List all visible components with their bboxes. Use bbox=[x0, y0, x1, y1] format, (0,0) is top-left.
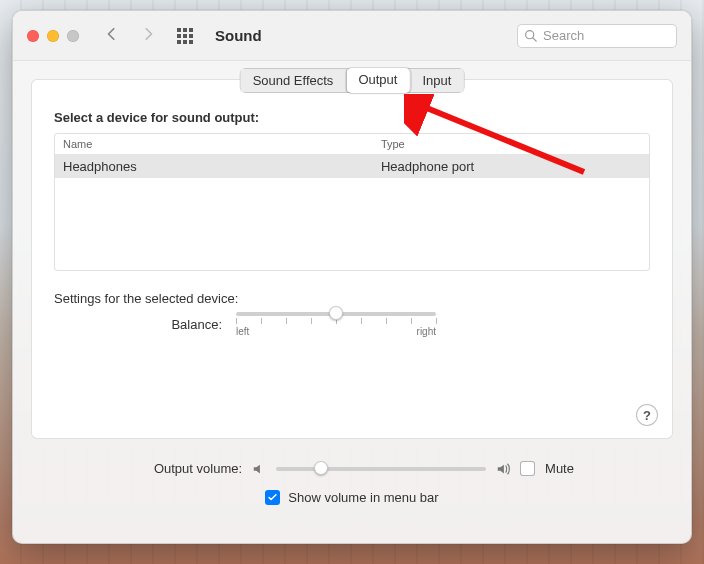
output-volume-label: Output volume: bbox=[130, 461, 242, 476]
balance-slider[interactable]: left right bbox=[236, 312, 436, 337]
speaker-low-icon bbox=[252, 462, 266, 476]
balance-row: Balance: left right bbox=[32, 312, 672, 337]
search-placeholder: Search bbox=[543, 28, 584, 43]
show-all-icon[interactable] bbox=[177, 28, 193, 44]
volume-slider[interactable] bbox=[276, 467, 486, 471]
device-name: Headphones bbox=[63, 159, 381, 174]
show-volume-checkbox[interactable] bbox=[265, 490, 280, 505]
balance-label: Balance: bbox=[54, 317, 222, 332]
zoom-icon[interactable] bbox=[67, 30, 79, 42]
tab-input[interactable]: Input bbox=[410, 69, 463, 92]
tab-sound-effects[interactable]: Sound Effects bbox=[241, 69, 347, 92]
show-volume-label: Show volume in menu bar bbox=[288, 490, 438, 505]
page-title: Sound bbox=[215, 27, 262, 44]
output-device-table: Name Type Headphones Headphone port bbox=[54, 133, 650, 271]
balance-right-label: right bbox=[417, 326, 436, 337]
column-type[interactable]: Type bbox=[381, 138, 641, 150]
svg-line-1 bbox=[533, 38, 536, 41]
table-row[interactable]: Headphones Headphone port bbox=[55, 155, 649, 178]
forward-icon[interactable] bbox=[141, 27, 155, 45]
nav-arrows bbox=[105, 27, 155, 45]
device-type: Headphone port bbox=[381, 159, 474, 174]
mute-checkbox[interactable] bbox=[520, 461, 535, 476]
sound-preferences-window: Sound Search Sound Effects Output Input … bbox=[12, 10, 692, 544]
output-device-heading: Select a device for sound output: bbox=[32, 96, 672, 133]
search-input[interactable]: Search bbox=[517, 24, 677, 48]
search-icon bbox=[524, 29, 537, 42]
back-icon[interactable] bbox=[105, 27, 119, 45]
tab-group: Sound Effects Output Input bbox=[240, 68, 465, 93]
tab-output[interactable]: Output bbox=[346, 68, 410, 93]
titlebar: Sound Search bbox=[13, 11, 691, 61]
output-volume-row: Output volume: Mute bbox=[31, 461, 673, 476]
balance-left-label: left bbox=[236, 326, 249, 337]
table-header: Name Type bbox=[55, 134, 649, 155]
minimize-icon[interactable] bbox=[47, 30, 59, 42]
column-name[interactable]: Name bbox=[63, 138, 381, 150]
close-icon[interactable] bbox=[27, 30, 39, 42]
volume-knob[interactable] bbox=[314, 461, 328, 475]
output-panel: Sound Effects Output Input Select a devi… bbox=[31, 79, 673, 439]
show-volume-row: Show volume in menu bar bbox=[31, 490, 673, 505]
mute-label: Mute bbox=[545, 461, 574, 476]
question-icon: ? bbox=[643, 408, 651, 423]
speaker-high-icon bbox=[496, 462, 510, 476]
footer: Output volume: Mute Show volume in menu … bbox=[13, 439, 691, 505]
traffic-lights bbox=[27, 30, 79, 42]
help-button[interactable]: ? bbox=[636, 404, 658, 426]
selected-device-heading: Settings for the selected device: bbox=[32, 271, 672, 312]
balance-knob[interactable] bbox=[329, 306, 343, 320]
